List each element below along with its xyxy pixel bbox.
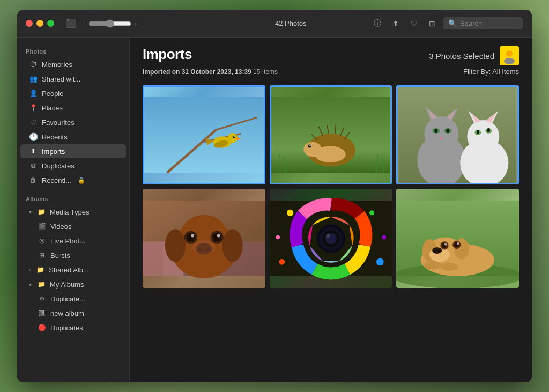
photo-puppy[interactable] <box>396 189 519 288</box>
svg-point-10 <box>233 136 235 138</box>
svg-point-80 <box>279 259 285 265</box>
search-icon: 🔍 <box>448 19 457 27</box>
svg-rect-55 <box>143 241 163 276</box>
photo-dog[interactable] <box>143 189 265 288</box>
duplicates2-icon: 🔴 <box>38 323 46 332</box>
my-albums-icon: 📁 <box>37 280 46 289</box>
sidebar-item-memories[interactable]: ⏱ Memories <box>20 57 126 71</box>
import-date: Imported on 31 October 2023, 13:39 <box>143 68 251 76</box>
filter-by[interactable]: Filter By: All Items <box>463 68 519 76</box>
sidebar-item-bursts-label: Bursts <box>50 252 70 260</box>
svg-point-11 <box>234 136 235 137</box>
search-input[interactable] <box>460 19 518 27</box>
svg-point-82 <box>276 235 280 240</box>
photo-row-1 <box>143 85 519 184</box>
info-icon[interactable]: ⓘ <box>370 16 385 31</box>
page-title: Imports <box>143 46 192 63</box>
svg-point-27 <box>303 142 322 157</box>
sidebar-item-places[interactable]: 📍 Places <box>20 101 126 115</box>
svg-point-8 <box>228 133 238 143</box>
slideshow-icon[interactable]: ⬛ <box>64 16 79 31</box>
sidebar-item-new-album-label: new album <box>50 309 84 317</box>
minimize-button[interactable] <box>36 20 43 27</box>
photos-section-label: Photos <box>17 44 129 57</box>
zoom-slider[interactable] <box>88 19 131 28</box>
svg-point-2 <box>504 58 515 64</box>
heart-icon[interactable]: ♡ <box>406 16 421 31</box>
close-button[interactable] <box>26 20 33 27</box>
svg-point-40 <box>435 129 438 133</box>
sidebar-item-duplicates-label: Duplicates <box>42 162 75 170</box>
favourites-icon: ♡ <box>29 118 38 127</box>
svg-point-100 <box>424 261 442 269</box>
sidebar-item-imports-label: Imports <box>42 147 65 156</box>
sidebar-item-my-albums-label: My Albums <box>50 280 84 289</box>
svg-point-79 <box>369 210 374 215</box>
sidebar-item-new-album[interactable]: 🖼 new album <box>20 306 126 320</box>
recents-icon: 🕐 <box>29 132 38 141</box>
duplicates-icon: ⧉ <box>29 161 38 170</box>
zoom-plus[interactable]: + <box>133 19 138 28</box>
maximize-button[interactable] <box>47 20 54 27</box>
svg-point-83 <box>382 235 386 240</box>
bursts-icon: ⊞ <box>38 251 46 260</box>
sidebar-item-duplicates-album[interactable]: ⚙ Duplicate... <box>20 292 126 306</box>
sidebar-item-videos[interactable]: 🎬 Videos <box>20 219 126 233</box>
traffic-lights <box>26 20 54 27</box>
sidebar-item-bursts[interactable]: ⊞ Bursts <box>20 248 126 262</box>
sidebar-item-places-label: Places <box>42 104 63 112</box>
thumbnail-preview-icon <box>500 46 519 65</box>
sidebar-item-recents[interactable]: 🕐 Recents <box>20 130 126 144</box>
media-types-icon: 📁 <box>37 208 46 216</box>
sidebar-item-people-label: People <box>42 90 63 98</box>
photo-hedgehog[interactable] <box>270 85 392 184</box>
people-icon: 👤 <box>29 89 38 98</box>
sidebar-item-media-types-label: Media Types <box>50 208 89 216</box>
svg-rect-3 <box>143 97 265 173</box>
sidebar-item-duplicates-album-label: Duplicate... <box>50 295 85 303</box>
sidebar-item-duplicates[interactable]: ⧉ Duplicates <box>20 159 126 173</box>
sidebar-item-shared-albums[interactable]: › 📁 Shared Alb... <box>20 263 126 277</box>
sidebar-item-favourites[interactable]: ♡ Favourites <box>20 115 126 129</box>
sidebar-item-people[interactable]: 👤 People <box>20 86 126 100</box>
sidebar-item-imports[interactable]: ⬆ Imports <box>20 144 126 158</box>
svg-point-60 <box>222 229 243 262</box>
svg-point-78 <box>287 210 293 216</box>
photo-bird[interactable] <box>143 85 265 184</box>
photo-cats[interactable] <box>396 85 519 184</box>
selected-thumbnail <box>500 46 519 65</box>
svg-point-63 <box>187 233 195 241</box>
sidebar-item-my-albums[interactable]: ▾ 📁 My Albums <box>20 277 126 291</box>
sidebar-item-live-photos-label: Live Phot... <box>50 237 85 245</box>
svg-point-59 <box>165 229 186 262</box>
sidebar-item-videos-label: Videos <box>50 223 72 231</box>
svg-point-91 <box>432 247 442 254</box>
videos-icon: 🎬 <box>38 222 46 231</box>
zoom-slider-container: − + <box>82 19 138 28</box>
photo-count: 42 Photos <box>217 19 365 27</box>
sidebar-item-live-photos[interactable]: ◎ Live Phot... <box>20 234 126 248</box>
svg-point-98 <box>444 243 447 246</box>
crop-icon[interactable]: ⊡ <box>425 16 440 31</box>
photo-row-2 <box>143 189 519 288</box>
svg-point-41 <box>447 129 450 133</box>
expand-my-albums-arrow: ▾ <box>29 282 32 287</box>
selected-badge: 3 Photos Selected <box>429 46 519 65</box>
photo-camera-lens[interactable] <box>270 189 392 288</box>
sidebar-item-media-types[interactable]: ▾ 📁 Media Types <box>20 205 126 219</box>
sidebar-item-duplicates2[interactable]: 🔴 Duplicates <box>20 321 126 335</box>
svg-point-101 <box>441 263 459 271</box>
sidebar-item-recently-deleted[interactable]: 🗑 Recentl... 🔒 <box>20 173 126 187</box>
sidebar-item-shared[interactable]: 👥 Shared wit... <box>20 72 126 86</box>
sidebar-item-recents-label: Recents <box>42 133 68 141</box>
zoom-minus[interactable]: − <box>82 19 86 28</box>
expand-media-types-arrow: ▾ <box>29 209 32 215</box>
photo-grid <box>130 81 532 382</box>
sidebar-item-recently-deleted-label: Recentl... <box>42 176 71 184</box>
import-info: Imported on 31 October 2023, 13:39 15 It… <box>143 68 278 76</box>
places-icon: 📍 <box>29 103 38 112</box>
share-icon[interactable]: ⬆ <box>388 16 403 31</box>
toolbar-right: ⓘ ⬆ ♡ ⊡ 🔍 <box>370 16 523 31</box>
shared-icon: 👥 <box>29 75 38 83</box>
svg-point-1 <box>506 50 513 57</box>
